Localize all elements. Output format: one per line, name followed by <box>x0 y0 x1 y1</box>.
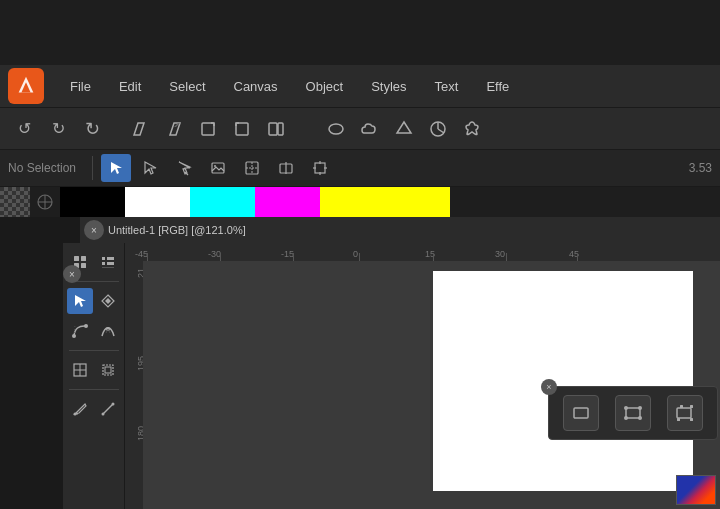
alt-arrow-icon <box>142 160 158 176</box>
menu-effects[interactable]: Effe <box>472 73 523 100</box>
svg-point-35 <box>84 324 88 328</box>
ruler-label-0: 0 <box>353 249 358 259</box>
transform-button[interactable] <box>305 154 335 182</box>
transform-icon <box>312 160 328 176</box>
palette-transform-icon <box>623 403 643 423</box>
toolbar: ↺ ↻ ↻ <box>0 107 720 149</box>
node-tools-row <box>67 318 121 344</box>
pen-button[interactable] <box>67 396 93 422</box>
svg-line-46 <box>103 404 113 414</box>
svg-rect-4 <box>236 123 248 135</box>
flip-button[interactable] <box>260 113 292 145</box>
magenta-swatch[interactable] <box>255 187 320 217</box>
undo-button[interactable]: ↺ <box>8 113 40 145</box>
menu-object[interactable]: Object <box>292 73 358 100</box>
svg-rect-28 <box>81 263 86 268</box>
star-icon <box>462 119 482 139</box>
menu-select[interactable]: Select <box>155 73 219 100</box>
menu-file[interactable]: File <box>56 73 105 100</box>
curve-button[interactable] <box>95 318 121 344</box>
lasso-icon <box>176 160 192 176</box>
skew-right-icon <box>164 119 184 139</box>
svg-rect-50 <box>626 408 640 418</box>
arrow-icon <box>108 160 124 176</box>
redo-button[interactable]: ↻ <box>42 113 74 145</box>
image-icon <box>210 160 226 176</box>
svg-point-48 <box>111 403 114 406</box>
palette-close-button[interactable]: × <box>541 379 557 395</box>
bezier-icon <box>72 323 88 339</box>
svg-point-54 <box>624 416 628 420</box>
image-button[interactable] <box>203 154 233 182</box>
palette-crop-button[interactable] <box>667 395 703 431</box>
checker-swatch[interactable] <box>0 187 30 217</box>
skew-left-button[interactable] <box>124 113 156 145</box>
shape-icon <box>394 119 414 139</box>
rotate-ccw-button[interactable] <box>226 113 258 145</box>
shape-button[interactable] <box>388 113 420 145</box>
skew-left-icon <box>130 119 150 139</box>
skew-right-button[interactable] <box>158 113 190 145</box>
palette-transform-button[interactable] <box>615 395 651 431</box>
canvas-page-white <box>433 271 693 491</box>
svg-rect-3 <box>202 123 214 135</box>
bezier-button[interactable] <box>67 318 93 344</box>
node-select-button[interactable] <box>95 288 121 314</box>
ruler-top: -45 -30 -15 0 15 30 45 <box>125 243 720 261</box>
cloud-button[interactable] <box>354 113 386 145</box>
svg-rect-49 <box>574 408 588 418</box>
crop-button[interactable] <box>95 357 121 383</box>
selection-bar: No Selection <box>0 149 720 187</box>
palette-rect-button[interactable] <box>563 395 599 431</box>
star-button[interactable] <box>456 113 488 145</box>
select-tool-button[interactable] <box>67 288 93 314</box>
ellipse-button[interactable] <box>320 113 352 145</box>
list-view-button[interactable] <box>95 249 121 275</box>
menu-edit[interactable]: Edit <box>105 73 155 100</box>
svg-rect-43 <box>105 367 111 373</box>
svg-rect-17 <box>315 163 325 173</box>
crosshair-tool[interactable] <box>30 187 60 217</box>
svg-point-51 <box>624 406 628 410</box>
svg-rect-30 <box>107 257 114 260</box>
select-arrow-button[interactable] <box>101 154 131 182</box>
crosshair-swatch-icon <box>36 193 54 211</box>
line-icon <box>100 401 116 417</box>
menu-text[interactable]: Text <box>421 73 473 100</box>
line-button[interactable] <box>95 396 121 422</box>
svg-rect-5 <box>269 123 277 135</box>
cloud-icon <box>360 119 380 139</box>
rotate-cw-button[interactable] <box>192 113 224 145</box>
panel-close-button[interactable]: × <box>63 265 81 283</box>
pie-icon <box>428 119 448 139</box>
draw-tools-row <box>67 396 121 422</box>
select-alt-button[interactable] <box>135 154 165 182</box>
floating-palette: × <box>548 386 718 440</box>
svg-point-52 <box>638 406 642 410</box>
close-doc-button[interactable]: × <box>84 220 104 240</box>
canvas-area <box>143 261 720 509</box>
black-swatch[interactable] <box>60 187 125 217</box>
layer-button[interactable] <box>271 154 301 182</box>
menu-bar: File Edit Select Canvas Object Styles Te… <box>0 65 720 107</box>
cyan-swatch[interactable] <box>190 187 255 217</box>
doc-tab-title: Untitled-1 [RGB] [@121.0%] <box>108 224 246 236</box>
svg-marker-1 <box>170 123 180 135</box>
white-swatch[interactable] <box>125 187 190 217</box>
slice-button[interactable] <box>67 357 93 383</box>
menu-canvas[interactable]: Canvas <box>220 73 292 100</box>
svg-rect-26 <box>81 256 86 261</box>
ruler-tick-15 <box>433 253 434 261</box>
vruler-label-21: 21 <box>136 268 143 278</box>
ruler-tick-neg30 <box>220 253 221 261</box>
crosshair-button[interactable] <box>237 154 267 182</box>
menu-styles[interactable]: Styles <box>357 73 420 100</box>
refresh-button[interactable]: ↻ <box>76 113 108 145</box>
svg-point-7 <box>329 124 343 134</box>
lasso-button[interactable] <box>169 154 199 182</box>
ruler-tick-neg15 <box>293 253 294 261</box>
yellow-swatch[interactable] <box>320 187 450 217</box>
app-logo[interactable] <box>8 68 44 104</box>
pie-button[interactable] <box>422 113 454 145</box>
vruler-label-195: 195 <box>136 356 143 371</box>
